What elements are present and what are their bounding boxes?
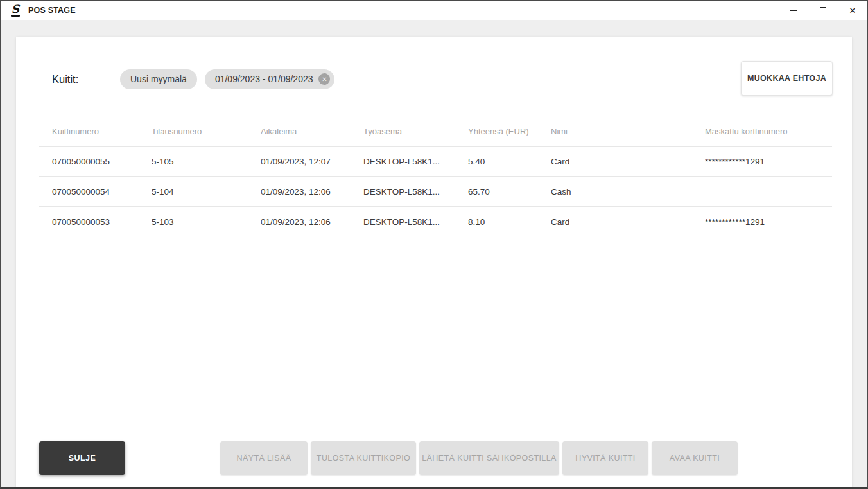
cell-yhteensa: 65.70 xyxy=(468,187,551,197)
app-logo-icon: S xyxy=(8,3,22,17)
close-window-icon: ✕ xyxy=(849,6,856,15)
cell-nimi: Card xyxy=(551,217,705,227)
app-window: S POS STAGE ✕ Kuitit: Uusi myymälä xyxy=(0,0,868,489)
cell-yhteensa: 5.40 xyxy=(468,157,551,166)
window-controls: ✕ xyxy=(779,1,867,20)
cell-aikaleima: 01/09/2023, 12:07 xyxy=(261,157,363,166)
receipts-table: Kuittinumero Tilausnumero Aikaleima Työa… xyxy=(39,116,832,237)
cell-tilausnumero: 5-104 xyxy=(152,187,261,197)
receipt-actions: NÄYTÄ LISÄÄ TULOSTA KUITTIKOPIO LÄHETÄ K… xyxy=(220,441,738,475)
header-aikaleima: Aikaleima xyxy=(261,127,363,136)
table-row[interactable]: 070050000054 5-104 01/09/2023, 12:06 DES… xyxy=(39,177,832,207)
app-logo-bar xyxy=(11,15,20,17)
date-range-filter-chip-label: 01/09/2023 - 01/09/2023 xyxy=(215,74,313,84)
cell-kuittinumero: 070050000054 xyxy=(52,187,152,197)
header-kuittinumero: Kuittinumero xyxy=(52,127,152,136)
cell-kuittinumero: 070050000053 xyxy=(52,217,152,227)
title-bar: S POS STAGE ✕ xyxy=(1,1,867,20)
header-yhteensa: Yhteensä (EUR) xyxy=(468,127,551,136)
receipts-panel: Kuitit: Uusi myymälä 01/09/2023 - 01/09/… xyxy=(16,37,852,487)
cell-tyoasema: DESKTOP-L58K1... xyxy=(363,157,468,166)
close-button[interactable]: SULJE xyxy=(39,441,125,475)
show-more-button[interactable]: NÄYTÄ LISÄÄ xyxy=(220,441,308,475)
app-logo-glyph: S xyxy=(12,4,19,14)
edit-conditions-button[interactable]: MUOKKAA EHTOJA xyxy=(741,61,833,96)
print-receipt-copy-button[interactable]: TULOSTA KUITTIKOPIO xyxy=(311,441,416,475)
maximize-icon xyxy=(820,7,826,13)
store-filter-chip-label: Uusi myymälä xyxy=(130,74,187,84)
date-range-filter-chip[interactable]: 01/09/2023 - 01/09/2023 ✕ xyxy=(205,69,335,89)
cell-tilausnumero: 5-103 xyxy=(152,217,261,227)
cell-aikaleima: 01/09/2023, 12:06 xyxy=(261,217,363,227)
receipts-filter-label: Kuitit: xyxy=(52,73,120,85)
maximize-button[interactable] xyxy=(808,1,838,20)
cell-tilausnumero: 5-105 xyxy=(152,157,261,166)
minimize-icon xyxy=(790,10,797,11)
app-background: Kuitit: Uusi myymälä 01/09/2023 - 01/09/… xyxy=(1,20,867,487)
open-receipt-button[interactable]: AVAA KUITTI xyxy=(652,441,738,475)
email-receipt-button[interactable]: LÄHETÄ KUITTI SÄHKÖPOSTILLA xyxy=(419,441,559,475)
cell-kuittinumero: 070050000055 xyxy=(52,157,152,166)
header-tyoasema: Työasema xyxy=(363,127,468,136)
cell-tyoasema: DESKTOP-L58K1... xyxy=(363,187,468,197)
header-maskattu-korttinumero: Maskattu korttinumero xyxy=(705,127,832,136)
filter-row: Kuitit: Uusi myymälä 01/09/2023 - 01/09/… xyxy=(52,69,342,89)
refund-receipt-button[interactable]: HYVITÄ KUITTI xyxy=(562,441,648,475)
table-row[interactable]: 070050000053 5-103 01/09/2023, 12:06 DES… xyxy=(39,207,832,237)
cell-nimi: Card xyxy=(551,157,705,166)
cell-tyoasema: DESKTOP-L58K1... xyxy=(363,217,468,227)
header-tilausnumero: Tilausnumero xyxy=(152,127,261,136)
table-header-row: Kuittinumero Tilausnumero Aikaleima Työa… xyxy=(39,116,832,147)
cell-maskattu-korttinumero: ************1291 xyxy=(705,157,832,166)
remove-date-filter-icon[interactable]: ✕ xyxy=(318,73,330,85)
table-row[interactable]: 070050000055 5-105 01/09/2023, 12:07 DES… xyxy=(39,147,832,177)
window-title: POS STAGE xyxy=(28,6,76,15)
cell-yhteensa: 8.10 xyxy=(468,217,551,227)
header-nimi: Nimi xyxy=(551,127,705,136)
store-filter-chip[interactable]: Uusi myymälä xyxy=(120,69,197,89)
cell-aikaleima: 01/09/2023, 12:06 xyxy=(261,187,363,197)
cell-maskattu-korttinumero: ************1291 xyxy=(705,217,832,227)
cell-nimi: Cash xyxy=(551,187,705,197)
minimize-button[interactable] xyxy=(779,1,808,20)
close-window-button[interactable]: ✕ xyxy=(838,1,867,20)
